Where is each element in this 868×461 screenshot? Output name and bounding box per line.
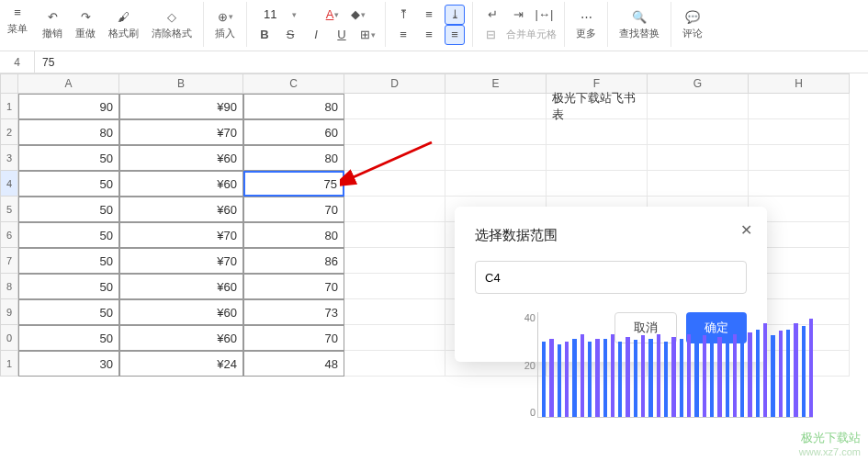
cell[interactable] — [648, 119, 749, 145]
range-input[interactable] — [475, 261, 747, 294]
cell[interactable]: 50 — [18, 299, 119, 325]
row-header[interactable]: 3 — [0, 145, 18, 171]
cell[interactable] — [344, 299, 445, 325]
row-header[interactable]: 2 — [0, 119, 18, 145]
row-header[interactable]: 7 — [0, 248, 18, 274]
cell[interactable] — [749, 171, 850, 197]
row-header[interactable]: 8 — [0, 274, 18, 299]
cell[interactable]: 80 — [243, 145, 344, 171]
cell[interactable] — [547, 119, 648, 145]
font-color-button[interactable]: A▾ — [322, 5, 343, 25]
format-painter-button[interactable]: 🖌 格式刷 — [105, 6, 142, 42]
cell[interactable] — [344, 248, 445, 274]
cell[interactable] — [749, 94, 850, 119]
cell[interactable] — [445, 145, 547, 171]
cell[interactable]: 50 — [18, 171, 119, 197]
cell[interactable] — [344, 197, 445, 222]
cell[interactable] — [648, 171, 749, 197]
align-right-button[interactable]: ≡ — [445, 25, 465, 45]
cell[interactable]: 50 — [18, 325, 119, 351]
fill-color-button[interactable]: ◆▾ — [348, 5, 368, 25]
cell[interactable]: 48 — [243, 351, 344, 377]
select-all-corner[interactable] — [0, 73, 18, 94]
valign-top-button[interactable]: ⤒ — [393, 5, 413, 25]
cell[interactable] — [445, 119, 547, 145]
cell[interactable]: 70 — [243, 325, 344, 351]
undo-button[interactable]: ↶ 撤销 — [39, 6, 66, 42]
cell[interactable]: ¥60 — [119, 325, 243, 351]
row-header[interactable]: 5 — [0, 197, 18, 222]
cell[interactable]: 90 — [18, 94, 119, 119]
clear-format-button[interactable]: ◇ 清除格式 — [148, 6, 196, 42]
strikethrough-button[interactable]: S — [280, 25, 300, 45]
cell[interactable]: 80 — [243, 222, 344, 248]
cell[interactable] — [547, 145, 648, 171]
cell[interactable] — [547, 171, 648, 197]
cell[interactable]: 30 — [18, 351, 119, 377]
column-header-E[interactable]: E — [445, 73, 547, 94]
row-header[interactable]: 6 — [0, 222, 18, 248]
cell[interactable] — [344, 351, 445, 377]
comment-button[interactable]: 💬 评论 — [679, 6, 706, 42]
insert-button[interactable]: ⊕▾ 插入 — [211, 6, 239, 42]
cell[interactable]: ¥60 — [119, 197, 243, 222]
row-header[interactable]: 1 — [0, 94, 18, 119]
align-left-button[interactable]: ≡ — [393, 25, 413, 45]
cell[interactable]: 50 — [18, 145, 119, 171]
cell[interactable]: 50 — [18, 197, 119, 222]
cell[interactable]: ¥60 — [119, 145, 243, 171]
column-header-A[interactable]: A — [18, 73, 119, 94]
menu-button[interactable]: ≡ 菜单 — [4, 2, 31, 38]
row-header[interactable]: 4 — [0, 171, 18, 197]
cell[interactable] — [344, 325, 445, 351]
cell[interactable] — [749, 145, 850, 171]
cell[interactable] — [648, 145, 749, 171]
column-header-H[interactable]: H — [749, 73, 850, 94]
row-header[interactable]: 9 — [0, 299, 18, 325]
font-size-selector[interactable]: 11 ▾ — [264, 7, 297, 21]
cell[interactable]: ¥90 — [119, 94, 243, 119]
column-header-D[interactable]: D — [344, 73, 445, 94]
cell[interactable] — [344, 222, 445, 248]
column-header-B[interactable]: B — [119, 73, 243, 94]
borders-button[interactable]: ⊞▾ — [357, 25, 378, 45]
redo-button[interactable]: ↷ 重做 — [72, 6, 99, 42]
row-header[interactable]: 0 — [0, 325, 18, 351]
cell[interactable]: 极光下载站飞书表 — [547, 94, 648, 119]
cell[interactable]: 50 — [18, 248, 119, 274]
cell[interactable]: 60 — [243, 119, 344, 145]
formula-input[interactable]: 75 — [35, 56, 868, 69]
cell[interactable] — [445, 94, 547, 119]
row-header[interactable]: 1 — [0, 351, 18, 377]
cell[interactable]: 80 — [18, 119, 119, 145]
valign-bottom-button[interactable]: ⤓ — [445, 5, 465, 25]
cell[interactable]: ¥70 — [119, 248, 243, 274]
cell[interactable]: 86 — [243, 248, 344, 274]
valign-middle-button[interactable]: ≡ — [419, 5, 439, 25]
cell[interactable]: 50 — [18, 274, 119, 299]
cell[interactable]: 50 — [18, 222, 119, 248]
cell[interactable] — [749, 119, 850, 145]
find-replace-button[interactable]: 🔍 查找替换 — [615, 6, 663, 42]
cell[interactable]: 73 — [243, 299, 344, 325]
cell[interactable]: ¥24 — [119, 351, 243, 377]
cell[interactable]: 80 — [243, 94, 344, 119]
cell[interactable]: 70 — [243, 197, 344, 222]
column-header-G[interactable]: G — [648, 73, 749, 94]
cell[interactable]: ¥60 — [119, 299, 243, 325]
wrap-button[interactable]: ↵ — [483, 5, 503, 25]
underline-button[interactable]: U — [332, 25, 352, 45]
more-button[interactable]: ⋯ 更多 — [572, 6, 600, 42]
overflow-button[interactable]: ⇥ — [509, 5, 529, 25]
cell-reference[interactable]: 4 — [0, 51, 35, 73]
cell[interactable] — [445, 171, 547, 197]
cell[interactable] — [648, 94, 749, 119]
cell[interactable]: ¥60 — [119, 171, 243, 197]
cell[interactable]: 70 — [243, 274, 344, 299]
cell[interactable]: 75 — [243, 171, 344, 197]
cell[interactable] — [344, 274, 445, 299]
align-center-button[interactable]: ≡ — [419, 25, 439, 45]
clip-button[interactable]: |↔| — [535, 5, 555, 25]
cell[interactable]: ¥60 — [119, 274, 243, 299]
italic-button[interactable]: I — [306, 25, 326, 45]
